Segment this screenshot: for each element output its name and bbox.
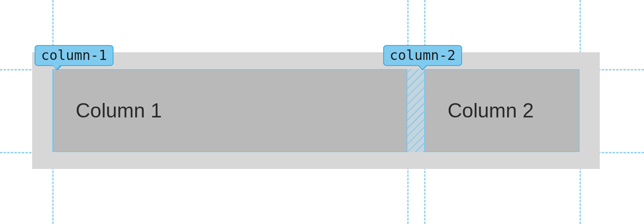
grid-cell-column-1: Column 1 bbox=[52, 69, 407, 152]
track-label-column-2[interactable]: column-2 bbox=[383, 45, 462, 66]
track-label-column-1[interactable]: column-1 bbox=[35, 45, 114, 66]
column-2-label: Column 2 bbox=[448, 99, 534, 122]
grid-cell-column-2: Column 2 bbox=[424, 69, 580, 152]
grid-container: Column 1 Column 2 bbox=[32, 52, 600, 169]
column-1-label: Column 1 bbox=[76, 99, 162, 122]
